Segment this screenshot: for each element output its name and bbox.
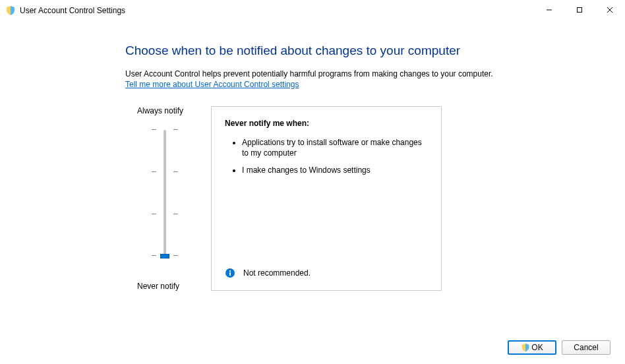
content-area: Choose when to be notified about changes… — [0, 21, 513, 291]
recommendation-text: Not recommended. — [243, 268, 311, 278]
slider-track — [164, 130, 166, 257]
slider-thumb[interactable] — [160, 254, 169, 258]
titlebar: User Account Control Settings — [0, 0, 625, 21]
svg-rect-1 — [578, 8, 582, 13]
slider-top-label: Always notify — [137, 106, 183, 115]
window-controls — [534, 0, 625, 20]
page-description: User Account Control helps prevent poten… — [125, 69, 513, 80]
slider-tick — [152, 171, 178, 172]
learn-more-link[interactable]: Tell me more about User Account Control … — [125, 80, 299, 89]
shield-icon — [5, 5, 16, 16]
slider-tick — [152, 214, 178, 214]
ok-button[interactable]: OK — [508, 340, 556, 355]
window-title: User Account Control Settings — [20, 6, 125, 15]
svg-rect-5 — [229, 272, 231, 276]
cancel-button-label: Cancel — [574, 343, 598, 352]
slider-bottom-label: Never notify — [137, 282, 179, 291]
detail-box: Never notify me when: Applications try t… — [211, 106, 442, 291]
button-row: OK Cancel — [508, 340, 610, 355]
detail-item: I make changes to Windows settings — [242, 165, 428, 175]
ok-button-label: OK — [531, 343, 543, 352]
slider-area: Always notify Never notify Never notify … — [125, 106, 513, 291]
close-button[interactable] — [595, 0, 625, 20]
cancel-button[interactable]: Cancel — [562, 340, 610, 355]
maximize-button[interactable] — [564, 0, 595, 20]
svg-rect-6 — [229, 270, 231, 272]
shield-icon — [521, 343, 530, 352]
detail-item: Applications try to install software or … — [242, 137, 428, 158]
slider-column: Always notify Never notify — [125, 106, 204, 291]
recommendation-row: Not recommended. — [225, 268, 311, 278]
uac-slider[interactable] — [152, 130, 178, 262]
slider-tick — [152, 129, 178, 130]
info-icon — [225, 268, 235, 278]
page-heading: Choose when to be notified about changes… — [125, 44, 513, 58]
minimize-button[interactable] — [534, 0, 564, 20]
detail-list: Applications try to install software or … — [225, 137, 428, 176]
detail-title: Never notify me when: — [225, 119, 428, 128]
